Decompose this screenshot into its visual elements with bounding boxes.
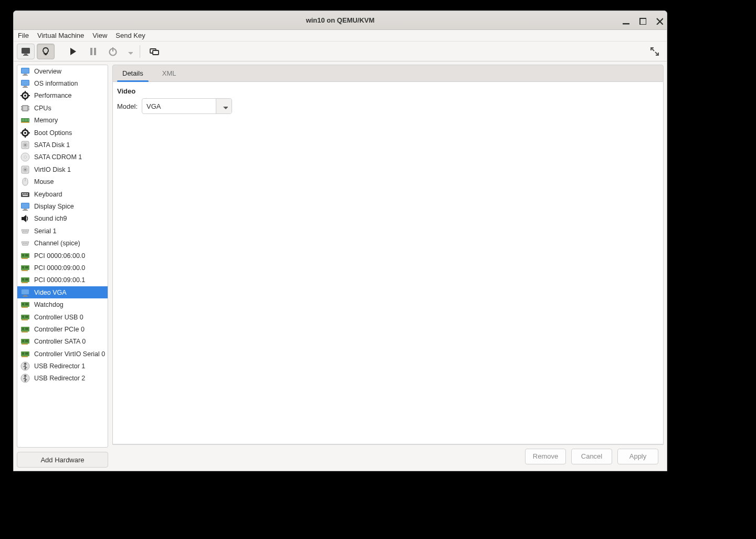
monitor-blue-icon bbox=[19, 79, 31, 88]
minimize-button[interactable] bbox=[621, 16, 630, 25]
sidebar-item[interactable]: Serial 1 bbox=[17, 225, 108, 237]
mouse-icon bbox=[19, 177, 31, 186]
usb-icon bbox=[19, 361, 31, 371]
console-view-button[interactable] bbox=[17, 44, 35, 59]
maximize-button[interactable] bbox=[637, 16, 647, 25]
gear-black-icon bbox=[19, 128, 31, 138]
sidebar-item[interactable]: Mouse bbox=[17, 176, 108, 188]
snapshots-button[interactable] bbox=[145, 44, 163, 59]
sidebar-item[interactable]: Keyboard bbox=[17, 188, 108, 200]
card-icon bbox=[19, 263, 31, 273]
sidebar-item[interactable]: Sound ich9 bbox=[17, 213, 108, 225]
serial-icon bbox=[19, 239, 31, 248]
tab-bar: Details XML bbox=[112, 65, 664, 82]
tab-xml[interactable]: XML bbox=[153, 65, 186, 81]
card-icon bbox=[19, 325, 31, 334]
sidebar-item[interactable]: Overview bbox=[17, 65, 108, 77]
toolbar bbox=[14, 42, 667, 61]
sidebar-item-label: Display Spice bbox=[34, 203, 74, 210]
sidebar-item-label: OS information bbox=[34, 80, 78, 87]
body: OverviewOS informationPerformanceCPUsMem… bbox=[14, 61, 667, 471]
sidebar-item[interactable]: Controller PCIe 0 bbox=[17, 323, 108, 335]
sidebar-item[interactable]: PCI 0000:06:00.0 bbox=[17, 250, 108, 262]
section-title: Video bbox=[117, 87, 659, 95]
sidebar-item[interactable]: Memory bbox=[17, 115, 108, 127]
cdrom-icon bbox=[19, 152, 31, 162]
sidebar-item-label: Controller PCIe 0 bbox=[34, 326, 85, 333]
chip-icon bbox=[19, 103, 31, 113]
sidebar-item-label: Channel (spice) bbox=[34, 240, 80, 247]
tab-details[interactable]: Details bbox=[113, 65, 153, 81]
sidebar-item[interactable]: Channel (spice) bbox=[17, 237, 108, 249]
sidebar-item-label: Overview bbox=[34, 68, 61, 75]
sidebar-item-label: Video VGA bbox=[34, 289, 67, 296]
monitor-blue-icon bbox=[19, 67, 31, 76]
pause-button bbox=[84, 44, 102, 59]
sidebar-column: OverviewOS informationPerformanceCPUsMem… bbox=[17, 65, 108, 468]
serial-icon bbox=[19, 226, 31, 236]
details-view-button[interactable] bbox=[37, 44, 55, 59]
sidebar-item-label: Boot Options bbox=[34, 129, 72, 137]
sidebar-item[interactable]: Video VGA bbox=[17, 286, 108, 298]
sidebar-item-label: Performance bbox=[34, 92, 72, 99]
sidebar-item-label: PCI 0000:09:00.1 bbox=[34, 276, 85, 284]
sidebar-item[interactable]: Controller USB 0 bbox=[17, 311, 108, 323]
sidebar-item-label: VirtIO Disk 1 bbox=[34, 166, 71, 173]
sidebar-item[interactable]: SATA CDROM 1 bbox=[17, 151, 108, 163]
shutdown-menu-button bbox=[124, 44, 134, 59]
sidebar-item[interactable]: SATA Disk 1 bbox=[17, 139, 108, 151]
menu-send-key[interactable]: Send Key bbox=[116, 32, 145, 39]
ram-icon bbox=[19, 116, 31, 125]
close-button[interactable] bbox=[654, 16, 664, 25]
remove-button[interactable]: Remove bbox=[525, 449, 566, 464]
sidebar-item[interactable]: Controller SATA 0 bbox=[17, 336, 108, 348]
sidebar-item[interactable]: USB Redirector 1 bbox=[17, 360, 108, 372]
hardware-sidebar[interactable]: OverviewOS informationPerformanceCPUsMem… bbox=[17, 65, 108, 448]
usb-icon bbox=[19, 374, 31, 383]
titlebar: win10 on QEMU/KVM bbox=[14, 11, 667, 30]
model-value: VGA bbox=[142, 99, 216, 113]
model-label: Model: bbox=[117, 102, 138, 110]
sidebar-item[interactable]: OS information bbox=[17, 77, 108, 89]
sidebar-item-label: PCI 0000:09:00.0 bbox=[34, 264, 85, 272]
fullscreen-button[interactable] bbox=[646, 44, 664, 59]
sidebar-item[interactable]: PCI 0000:09:00.1 bbox=[17, 274, 108, 286]
sidebar-item[interactable]: VirtIO Disk 1 bbox=[17, 163, 108, 175]
menu-virtual-machine[interactable]: Virtual Machine bbox=[37, 32, 84, 39]
add-hardware-button[interactable]: Add Hardware bbox=[17, 452, 108, 468]
sidebar-item[interactable]: PCI 0000:09:00.0 bbox=[17, 262, 108, 274]
apply-button[interactable]: Apply bbox=[617, 449, 658, 464]
sidebar-item[interactable]: Watchdog bbox=[17, 298, 108, 310]
monitor-blue-icon bbox=[19, 202, 31, 211]
sidebar-item-label: Memory bbox=[34, 117, 58, 124]
sidebar-item-label: SATA Disk 1 bbox=[34, 141, 70, 149]
run-button[interactable] bbox=[64, 44, 82, 59]
card-icon bbox=[19, 251, 31, 261]
model-row: Model: VGA bbox=[117, 98, 659, 114]
menu-file[interactable]: File bbox=[18, 32, 29, 39]
sidebar-item[interactable]: Boot Options bbox=[17, 127, 108, 139]
sound-icon bbox=[19, 214, 31, 223]
sidebar-item-label: SATA CDROM 1 bbox=[34, 153, 82, 161]
sidebar-item[interactable]: CPUs bbox=[17, 102, 108, 114]
sidebar-item-label: Serial 1 bbox=[34, 227, 56, 235]
sidebar-item-label: Sound ich9 bbox=[34, 215, 67, 222]
sidebar-item[interactable]: Performance bbox=[17, 90, 108, 102]
cancel-button[interactable]: Cancel bbox=[571, 449, 612, 464]
model-combo[interactable]: VGA bbox=[142, 98, 232, 114]
menu-view[interactable]: View bbox=[92, 32, 107, 39]
card-icon bbox=[19, 275, 31, 285]
window-controls bbox=[621, 11, 664, 30]
card-icon bbox=[19, 337, 31, 346]
sidebar-item[interactable]: Controller VirtIO Serial 0 bbox=[17, 348, 108, 360]
sidebar-item-label: PCI 0000:06:00.0 bbox=[34, 252, 85, 260]
card-icon bbox=[19, 349, 31, 359]
disk-icon bbox=[19, 165, 31, 174]
chevron-down-icon[interactable] bbox=[216, 99, 232, 113]
card-icon bbox=[19, 300, 31, 309]
sidebar-item[interactable]: Display Spice bbox=[17, 200, 108, 212]
sidebar-item-label: USB Redirector 2 bbox=[34, 375, 85, 382]
sidebar-item-label: Controller VirtIO Serial 0 bbox=[34, 350, 105, 358]
main-column: Details XML Video Model: VGA Remove Canc… bbox=[112, 65, 664, 468]
sidebar-item[interactable]: USB Redirector 2 bbox=[17, 372, 108, 385]
